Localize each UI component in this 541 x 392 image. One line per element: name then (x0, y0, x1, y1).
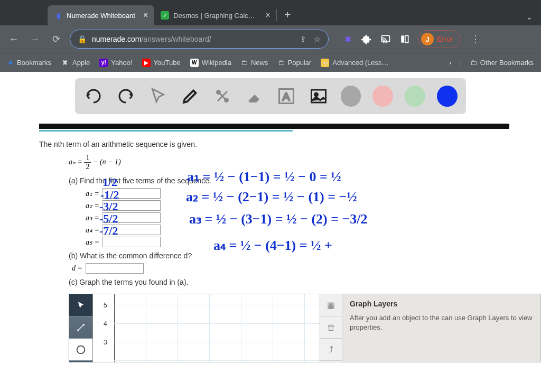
star-icon[interactable]: ☆ (314, 35, 321, 43)
graph-section: 5 4 3 ▦ 🗑 ⤴ Graph Layers After you add a… (69, 294, 541, 362)
svg-point-8 (315, 93, 318, 96)
graph-side-btn3[interactable]: ⤴ (320, 339, 342, 361)
other-bookmarks[interactable]: 🗀Other Bookmarks (470, 59, 534, 67)
bookmark-popular[interactable]: 🗀Popular (278, 59, 312, 67)
bookmark-apple[interactable]: ⌘Apple (61, 59, 90, 67)
eraser-tool[interactable] (244, 86, 265, 107)
bookmark-label: Popular (288, 59, 312, 67)
tab-desmos[interactable]: ✓ Desmos | Graphing Calculato × (154, 5, 276, 25)
problem-intro: The nth term of an arithmetic sequence i… (39, 140, 509, 148)
whiteboard-toolbar: A (75, 78, 466, 114)
color-grey[interactable] (341, 86, 361, 107)
ytick-4: 4 (104, 320, 107, 328)
extension-icon[interactable]: ✱ (342, 34, 353, 44)
bookmark-youtube[interactable]: ▶YouTube (142, 59, 181, 67)
answer-input-a3[interactable] (102, 212, 161, 223)
page-content: A The nth term of an arithmetic sequence… (0, 78, 541, 362)
menu-button[interactable]: ⋮ (467, 33, 484, 45)
gridline-h (114, 323, 320, 324)
answer-input-a4[interactable] (102, 225, 161, 235)
cast-icon[interactable] (380, 34, 391, 44)
text-tool[interactable]: A (276, 86, 297, 107)
extensions-puzzle-icon[interactable] (361, 34, 372, 44)
redo-button[interactable] (116, 86, 136, 107)
answer-row-2: a₂ = (76, 200, 509, 211)
url-domain: numerade.com (92, 35, 141, 43)
nav-bar: ← → ⟳ 🔒 numerade.com/answers/whiteboard/… (0, 25, 541, 53)
close-icon[interactable]: × (265, 11, 270, 20)
answer-label: a₁ = (76, 189, 99, 198)
bookmark-yahoo[interactable]: y!Yahoo! (99, 59, 132, 67)
graph-circle-tool[interactable] (69, 339, 92, 361)
gridline-h (114, 342, 320, 342)
url-bar[interactable]: 🔒 numerade.com/answers/whiteboard/ ⇪ ☆ (70, 30, 329, 49)
answer-label: a₃ = (76, 213, 99, 222)
undo-button[interactable] (83, 86, 104, 107)
bookmark-label: Apple (72, 59, 90, 67)
svg-rect-1 (401, 35, 404, 42)
bookmark-advanced[interactable]: ▭Advanced (Less… (321, 59, 388, 67)
frac-num: 1 (84, 154, 91, 163)
frac-den: 2 (84, 163, 91, 171)
answer-row-1: a₁ = (76, 188, 509, 199)
bookmark-label: Yahoo! (111, 59, 132, 67)
graph-side-btn1[interactable]: ▦ (320, 294, 342, 316)
graph-layers-panel: Graph Layers After you add an object to … (342, 294, 541, 362)
tab-title: Desmos | Graphing Calculato (173, 12, 258, 20)
tab-numerade[interactable]: ▮ Numerade Whiteboard × (48, 5, 154, 25)
reader-icon[interactable] (399, 34, 410, 44)
gridline-v (178, 294, 178, 362)
tab-strip: ▮ Numerade Whiteboard × ✓ Desmos | Graph… (0, 0, 541, 25)
part-b: (b) What is the common difference d? (69, 251, 509, 260)
bookmark-news[interactable]: 🗀News (241, 59, 268, 67)
profile-error-text: Error (437, 35, 453, 43)
share-icon[interactable]: ⇪ (300, 35, 306, 43)
part-a: (a) Find the first five terms of the seq… (69, 176, 509, 185)
answer-label: a₅ = (76, 238, 99, 247)
graph-layers-text: After you add an object to the can use G… (350, 313, 533, 332)
graph-pointer-tool[interactable] (69, 294, 92, 316)
tools-button[interactable] (212, 86, 232, 107)
problem-area: The nth term of an arithmetic sequence i… (39, 124, 509, 286)
graph-side-btn2[interactable]: 🗑 (320, 316, 342, 339)
formula-rhs: − (n − 1) (93, 158, 121, 166)
ytick-3: 3 (104, 339, 107, 346)
color-green[interactable] (405, 86, 425, 107)
color-pink[interactable] (372, 86, 393, 107)
bookmarks-bar: ★Bookmarks ⌘Apple y!Yahoo! ▶YouTube WWik… (0, 53, 541, 72)
answer-input-a1[interactable] (102, 188, 161, 199)
problem-formula: aₙ = 12 − (n − 1) (69, 154, 509, 171)
answer-input-a5[interactable] (102, 237, 161, 247)
bookmark-bookmarks[interactable]: ★Bookmarks (7, 59, 51, 67)
profile-error[interactable]: J Error (418, 30, 460, 48)
favicon-numerade: ▮ (54, 11, 62, 20)
pen-tool[interactable] (180, 86, 200, 107)
gridline-v (146, 294, 146, 362)
new-tab-button[interactable]: + (276, 9, 298, 21)
tab-title: Numerade Whiteboard (67, 12, 136, 20)
close-icon[interactable]: × (143, 11, 148, 20)
answer-row-4: a₄ = (76, 225, 509, 235)
image-tool[interactable] (309, 86, 329, 107)
gridline-h (114, 305, 320, 305)
bookmark-label: Other Bookmarks (480, 59, 534, 67)
tab-dropdown-icon[interactable]: ⌄ (518, 13, 541, 25)
answer-input-d[interactable] (86, 263, 144, 274)
gridline-v (273, 294, 273, 362)
back-button[interactable]: ← (6, 32, 21, 46)
graph-line-tool[interactable] (69, 316, 92, 339)
answer-input-a2[interactable] (102, 200, 161, 211)
bookmarks-overflow-icon[interactable]: › (449, 59, 451, 67)
reload-button[interactable]: ⟳ (49, 32, 63, 46)
forward-button[interactable]: → (27, 32, 42, 46)
cursor-tool[interactable] (148, 86, 169, 107)
bookmark-wikipedia[interactable]: WWikipedia (190, 59, 231, 67)
gridline-v (304, 294, 305, 362)
gridline-v (209, 294, 210, 362)
favicon-desmos: ✓ (161, 11, 169, 20)
bookmark-label: Advanced (Less… (332, 59, 388, 67)
graph-canvas[interactable]: 5 4 3 (93, 294, 320, 362)
bookmark-label: YouTube (154, 59, 181, 67)
gridline-h (114, 360, 320, 361)
color-blue[interactable] (437, 86, 458, 107)
